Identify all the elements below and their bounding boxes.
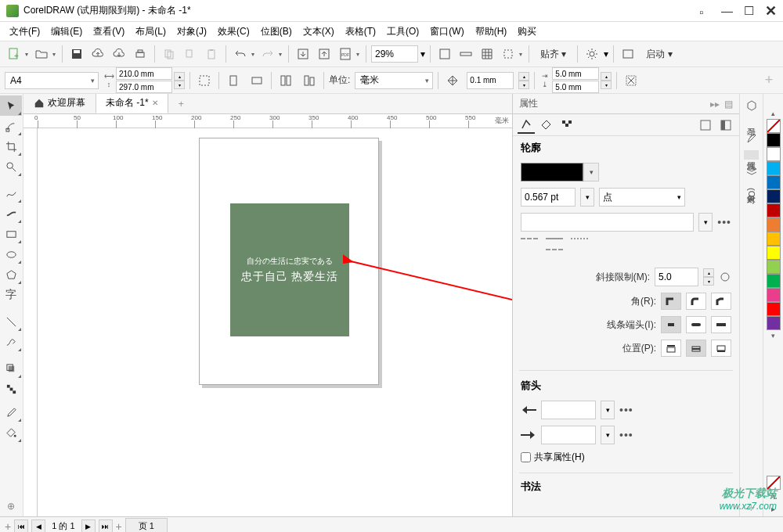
rulers-button[interactable]: [456, 45, 475, 63]
menu-table[interactable]: 表格(T): [341, 23, 381, 41]
portrait-button[interactable]: [224, 71, 243, 90]
open-button[interactable]: [32, 45, 51, 63]
palette-swatch[interactable]: [767, 232, 781, 246]
pagesize-select[interactable]: A4: [5, 72, 99, 89]
cap-square[interactable]: [711, 316, 731, 333]
menu-view[interactable]: 查看(V): [88, 23, 129, 41]
canvas[interactable]: 自分の生活に忠実である 忠于自己 热爱生活: [38, 128, 512, 516]
print-button[interactable]: [131, 45, 150, 63]
panel-mode2[interactable]: [717, 117, 734, 134]
palette-nofill[interactable]: [767, 476, 781, 490]
docker-menu-icon[interactable]: ▤: [724, 99, 733, 110]
zoom-input[interactable]: [371, 45, 418, 63]
add-page-button[interactable]: +: [5, 520, 11, 533]
palette-swatch[interactable]: [767, 147, 781, 161]
menu-effect[interactable]: 效果(C): [213, 23, 254, 41]
outline-color-swatch[interactable]: [521, 163, 583, 182]
menu-layout[interactable]: 布局(L): [131, 23, 171, 41]
dash2[interactable]: [546, 238, 563, 250]
tab-welcome[interactable]: 欢迎屏幕: [23, 94, 96, 113]
add-page-after[interactable]: +: [116, 520, 122, 533]
paste-button[interactable]: [202, 45, 221, 63]
vtab-props[interactable]: 属性: [744, 150, 759, 160]
connector-tool[interactable]: [0, 332, 22, 352]
palette-swatch[interactable]: [767, 260, 781, 274]
launch-icon[interactable]: [619, 45, 637, 63]
arrow-start-select[interactable]: [541, 401, 596, 419]
text-tool[interactable]: 字: [0, 285, 22, 305]
options-button[interactable]: [583, 45, 601, 63]
maximize-button[interactable]: ☐: [744, 4, 754, 18]
corner-bevel[interactable]: [711, 293, 731, 310]
next-page[interactable]: ▶: [81, 519, 96, 533]
new-button[interactable]: +: [5, 45, 23, 63]
corner-round[interactable]: [686, 293, 706, 310]
menu-window[interactable]: 窗口(W): [425, 23, 468, 41]
ellipse-tool[interactable]: [0, 244, 22, 264]
dropshadow-tool[interactable]: [0, 358, 22, 379]
pdf-button[interactable]: PDF: [336, 45, 355, 63]
zoom-tool[interactable]: [0, 156, 22, 177]
outline-width-dropdown[interactable]: ▾: [580, 188, 594, 207]
cap-round[interactable]: [686, 316, 706, 333]
prev-page[interactable]: ◀: [31, 519, 45, 533]
transparency-tab[interactable]: [558, 117, 576, 134]
launch-button[interactable]: 启动 ▾: [640, 45, 678, 63]
pick-tool[interactable]: [0, 95, 22, 116]
account-icon[interactable]: ▫: [699, 5, 710, 16]
palette-swatch[interactable]: [767, 274, 781, 288]
menu-buy[interactable]: 购买: [513, 23, 541, 41]
export-button[interactable]: [315, 45, 334, 63]
vtab-objects[interactable]: 对象(O): [744, 183, 759, 205]
grid-button[interactable]: [478, 45, 496, 63]
menu-edit[interactable]: 编辑(E): [46, 23, 87, 41]
first-page[interactable]: ⏮: [14, 519, 28, 533]
outline-color-dropdown[interactable]: ▾: [583, 163, 599, 182]
last-page[interactable]: ⏭: [99, 519, 113, 533]
text-object[interactable]: 自分の生活に忠実である 忠于自己 热爱生活: [230, 203, 349, 336]
palette-swatch[interactable]: [767, 161, 781, 175]
arrow-start-more[interactable]: •••: [619, 404, 633, 416]
docker-brush-icon[interactable]: [743, 130, 760, 147]
palette-swatch[interactable]: [767, 316, 781, 330]
add-button[interactable]: +: [760, 71, 778, 90]
arrow-end-select[interactable]: [541, 426, 596, 444]
new-dropdown[interactable]: ▾: [23, 51, 30, 58]
minimize-button[interactable]: —: [721, 4, 733, 17]
current-page-button[interactable]: [300, 71, 319, 90]
eyedropper-tool[interactable]: [0, 402, 22, 422]
palette-swatch[interactable]: [767, 189, 781, 203]
cloud-down-button[interactable]: [110, 45, 128, 63]
outline-tab[interactable]: [518, 117, 535, 134]
menu-object[interactable]: 对象(J): [172, 23, 211, 41]
palette-swatch[interactable]: [767, 203, 781, 217]
autofit-button[interactable]: [195, 71, 214, 90]
dupy-input[interactable]: 5.0 mm: [552, 81, 599, 93]
outline-style-more[interactable]: •••: [717, 216, 731, 228]
menu-bitmap[interactable]: 位图(B): [256, 23, 297, 41]
close-button[interactable]: ✕: [765, 2, 777, 20]
tab-document[interactable]: 未命名 -1* ✕: [96, 94, 168, 113]
artistic-media-tool[interactable]: [0, 203, 22, 224]
palette-swatch[interactable]: [767, 217, 781, 232]
dash3[interactable]: [571, 238, 588, 250]
page-tab[interactable]: 页 1: [125, 518, 168, 532]
shape-tool[interactable]: [0, 116, 22, 136]
cap-butt[interactable]: [661, 316, 681, 333]
docker-add[interactable]: +: [743, 499, 760, 516]
cut-button[interactable]: [181, 45, 200, 63]
palette-swatch[interactable]: [767, 246, 781, 260]
panel-mode1[interactable]: [697, 117, 714, 134]
palette-swatch[interactable]: [767, 133, 781, 147]
cloud-up-button[interactable]: [88, 45, 107, 63]
nudge-input[interactable]: 0.1 mm: [467, 72, 514, 89]
palette-more[interactable]: ▸: [771, 505, 775, 513]
pos-center[interactable]: [686, 340, 706, 357]
fill-tool[interactable]: [0, 422, 22, 443]
unit-select[interactable]: 毫米: [355, 72, 433, 89]
save-button[interactable]: [67, 45, 86, 63]
copy-button[interactable]: [160, 45, 179, 63]
docker-layers-icon[interactable]: [743, 163, 760, 180]
fullscreen-button[interactable]: [435, 45, 454, 63]
palette-swatch[interactable]: [767, 288, 781, 302]
